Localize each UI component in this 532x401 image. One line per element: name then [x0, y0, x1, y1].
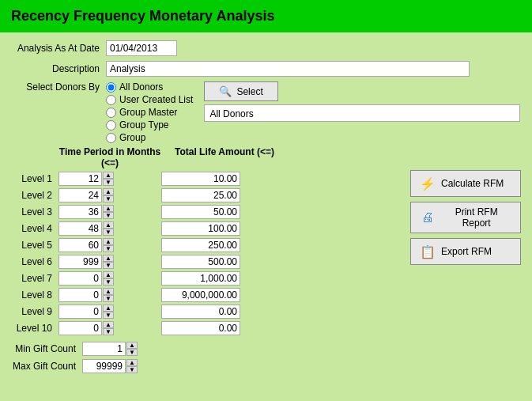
level-time-up-10[interactable]: ▲ [103, 321, 114, 328]
level-label-3: Level 3 [11, 206, 58, 218]
level-time-down-6[interactable]: ▼ [103, 262, 114, 269]
print-icon: 🖨 [419, 209, 436, 226]
level-time-down-10[interactable]: ▼ [103, 328, 114, 335]
level-label-9: Level 9 [11, 306, 58, 317]
level-amount-4[interactable] [161, 221, 240, 236]
level-time-9[interactable] [58, 305, 102, 319]
level-row-2: Level 2 ▲ ▼ [11, 188, 402, 202]
level-time-6[interactable] [58, 255, 102, 269]
time-period-header: Time Period in Months (<=) [58, 146, 161, 168]
level-amount-2[interactable] [161, 188, 240, 202]
level-amount-3[interactable] [161, 205, 240, 219]
analysis-date-label: Analysis As At Date [11, 43, 106, 54]
donor-radio-group: All Donors User Created List Group Maste… [106, 81, 193, 143]
level-time-5[interactable] [58, 238, 102, 252]
level-amount-7[interactable] [161, 271, 240, 286]
level-row-6: Level 6 ▲ ▼ [11, 255, 402, 269]
level-row-10: Level 10 ▲ ▼ [11, 321, 402, 335]
max-gift-input[interactable] [82, 359, 126, 373]
level-time-up-7[interactable]: ▲ [103, 271, 114, 278]
radio-all-donors[interactable]: All Donors [106, 81, 193, 93]
level-time-up-1[interactable]: ▲ [103, 172, 114, 179]
level-label-6: Level 6 [11, 256, 58, 267]
level-label-7: Level 7 [11, 273, 58, 284]
page-title: Recency Frequency Monetary Analysis [0, 0, 532, 32]
level-time-up-8[interactable]: ▲ [103, 288, 114, 295]
level-spinner-3: ▲ ▼ [103, 205, 114, 219]
selected-display: All Donors [204, 104, 520, 122]
level-time-down-7[interactable]: ▼ [103, 278, 114, 286]
max-gift-down[interactable]: ▼ [126, 366, 138, 373]
level-time-3[interactable] [58, 205, 102, 219]
level-time-up-4[interactable]: ▲ [103, 221, 114, 229]
calculate-rfm-button[interactable]: ⚡ Calculate RFM [410, 170, 521, 197]
level-time-10[interactable] [58, 321, 102, 335]
level-row-9: Level 9 ▲ ▼ [11, 305, 402, 319]
level-time-up-9[interactable]: ▲ [103, 305, 114, 312]
level-time-up-3[interactable]: ▲ [103, 205, 114, 212]
level-time-down-1[interactable]: ▼ [103, 179, 114, 186]
level-time-up-2[interactable]: ▲ [103, 188, 114, 195]
calculate-icon: ⚡ [419, 175, 436, 192]
level-label-10: Level 10 [11, 323, 58, 334]
level-spinner-2: ▲ ▼ [103, 188, 114, 202]
max-gift-spinner: ▲ ▼ [126, 359, 138, 373]
level-amount-1[interactable] [161, 172, 240, 186]
max-gift-label: Max Gift Count [11, 361, 82, 372]
min-gift-input[interactable] [82, 342, 126, 356]
radio-user-created[interactable]: User Created List [106, 94, 193, 105]
level-spinner-1: ▲ ▼ [103, 172, 114, 186]
export-rfm-button[interactable]: 📋 Export RFM [410, 238, 521, 265]
level-time-down-9[interactable]: ▼ [103, 312, 114, 319]
level-time-up-5[interactable]: ▲ [103, 238, 114, 245]
level-time-down-8[interactable]: ▼ [103, 295, 114, 302]
level-time-7[interactable] [58, 271, 102, 286]
min-gift-down[interactable]: ▼ [126, 349, 138, 356]
print-rfm-button[interactable]: 🖨 Print RFM Report [410, 202, 521, 233]
level-spinner-4: ▲ ▼ [103, 221, 114, 236]
level-time-down-2[interactable]: ▼ [103, 195, 114, 202]
level-amount-5[interactable] [161, 238, 240, 252]
level-row-7: Level 7 ▲ ▼ [11, 271, 402, 286]
select-panel: 🔍 Select All Donors [204, 81, 520, 122]
level-time-down-3[interactable]: ▼ [103, 212, 114, 219]
amount-header: Total Life Amount (<=) [161, 146, 288, 168]
level-row-1: Level 1 ▲ ▼ [11, 172, 402, 186]
level-amount-6[interactable] [161, 255, 240, 269]
radio-group-type[interactable]: Group Type [106, 119, 193, 131]
level-label-2: Level 2 [11, 190, 58, 201]
radio-group[interactable]: Group [106, 132, 193, 143]
level-row-4: Level 4 ▲ ▼ [11, 221, 402, 236]
level-label-5: Level 5 [11, 240, 58, 251]
level-time-4[interactable] [58, 221, 102, 236]
level-time-1[interactable] [58, 172, 102, 186]
level-row-5: Level 5 ▲ ▼ [11, 238, 402, 252]
search-icon: 🔍 [219, 85, 232, 97]
select-button[interactable]: 🔍 Select [204, 81, 277, 101]
min-gift-up[interactable]: ▲ [126, 342, 138, 349]
level-row-3: Level 3 ▲ ▼ [11, 205, 402, 219]
level-row-8: Level 8 ▲ ▼ [11, 288, 402, 302]
description-input[interactable] [106, 61, 470, 77]
level-time-8[interactable] [58, 288, 102, 302]
level-spinner-6: ▲ ▼ [103, 255, 114, 269]
level-amount-8[interactable] [161, 288, 240, 302]
level-time-2[interactable] [58, 188, 102, 202]
level-amount-9[interactable] [161, 305, 240, 319]
level-time-down-5[interactable]: ▼ [103, 245, 114, 252]
levels-container: Level 1 ▲ ▼ Level 2 ▲ ▼ Level 3 ▲ ▼ Leve… [11, 172, 402, 335]
level-time-up-6[interactable]: ▲ [103, 255, 114, 262]
level-amount-10[interactable] [161, 321, 240, 335]
export-icon: 📋 [419, 243, 436, 260]
action-panel: ⚡ Calculate RFM 🖨 Print RFM Report 📋 Exp… [402, 146, 521, 376]
radio-group-master[interactable]: Group Master [106, 107, 193, 118]
min-gift-label: Min Gift Count [11, 343, 82, 354]
level-time-down-4[interactable]: ▼ [103, 229, 114, 236]
level-label-8: Level 8 [11, 289, 58, 301]
analysis-date-input[interactable] [106, 40, 177, 56]
max-gift-up[interactable]: ▲ [126, 359, 138, 366]
level-spinner-9: ▲ ▼ [103, 305, 114, 319]
level-label-4: Level 4 [11, 223, 58, 234]
level-spinner-10: ▲ ▼ [103, 321, 114, 335]
level-spinner-5: ▲ ▼ [103, 238, 114, 252]
